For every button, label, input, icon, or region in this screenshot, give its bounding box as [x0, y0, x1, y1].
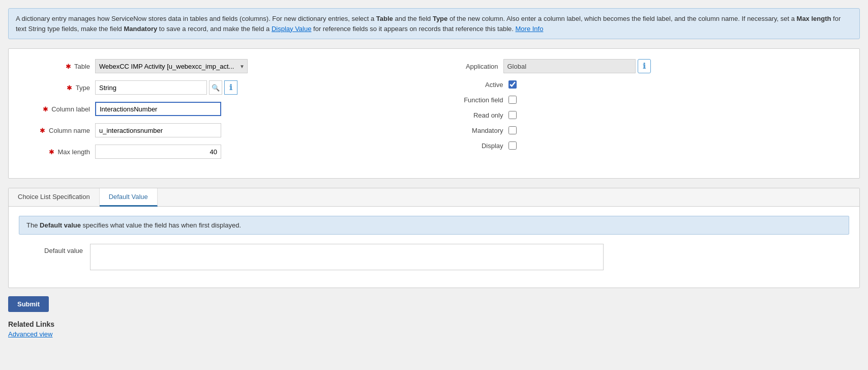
- display-label: Display: [442, 142, 508, 150]
- active-label: Active: [442, 81, 508, 89]
- max-length-input[interactable]: [95, 145, 221, 159]
- more-info-link[interactable]: More Info: [516, 25, 544, 33]
- type-search-button[interactable]: 🔍: [209, 80, 222, 95]
- type-info-button[interactable]: ℹ: [224, 80, 237, 95]
- function-field-row: Function field: [442, 96, 840, 104]
- search-icon: 🔍: [212, 84, 220, 92]
- table-required-star: ✱: [66, 63, 71, 70]
- column-label-row: ✱ Column label: [29, 102, 426, 116]
- application-row: Application ℹ: [442, 59, 840, 73]
- info-banner: A dictionary entry manages how ServiceNo…: [8, 8, 860, 39]
- info-circle-icon: ℹ: [229, 83, 232, 92]
- application-input-wrapper: ℹ: [503, 59, 651, 73]
- application-input[interactable]: [503, 59, 636, 73]
- default-value-banner: The Default value specifies what value t…: [19, 216, 849, 235]
- tab-content-default-value: The Default value specifies what value t…: [9, 207, 859, 288]
- advanced-view-link[interactable]: Advanced view: [8, 330, 52, 338]
- read-only-checkbox[interactable]: [508, 111, 517, 119]
- display-row: Display: [442, 141, 840, 150]
- max-length-label: ✱ Max length: [29, 148, 95, 156]
- function-field-checkbox[interactable]: [508, 96, 517, 104]
- related-links-section: Related Links Advanced view: [8, 320, 860, 338]
- mandatory-label: Mandatory: [442, 127, 508, 134]
- table-select-wrapper: WebexCC IMP Activity [u_webexcc_imp_act.…: [95, 59, 248, 73]
- display-checkbox[interactable]: [508, 141, 517, 150]
- tabs-section: Choice List Specification Default Value …: [8, 188, 860, 288]
- table-row: ✱ Table WebexCC IMP Activity [u_webexcc_…: [29, 59, 426, 73]
- table-label: ✱ Table: [29, 63, 95, 70]
- type-row: ✱ Type 🔍 ℹ: [29, 80, 426, 95]
- read-only-label: Read only: [442, 111, 508, 119]
- column-label-label: ✱ Column label: [29, 105, 95, 113]
- related-links-title: Related Links: [8, 320, 860, 328]
- column-name-required-star: ✱: [40, 127, 45, 134]
- mandatory-checkbox[interactable]: [508, 126, 517, 134]
- table-select[interactable]: WebexCC IMP Activity [u_webexcc_imp_act.…: [95, 59, 248, 73]
- type-input-wrapper: 🔍 ℹ: [95, 80, 237, 95]
- form-section: ✱ Table WebexCC IMP Activity [u_webexcc_…: [8, 48, 860, 179]
- column-name-label: ✱ Column name: [29, 127, 95, 134]
- function-field-label: Function field: [442, 96, 508, 104]
- type-label: ✱ Type: [29, 84, 95, 92]
- read-only-row: Read only: [442, 111, 840, 119]
- active-row: Active: [442, 80, 840, 89]
- column-name-input[interactable]: [95, 123, 221, 137]
- type-input[interactable]: [95, 80, 207, 95]
- type-required-star: ✱: [67, 84, 72, 92]
- default-value-row: Default value: [19, 244, 849, 270]
- column-name-row: ✱ Column name: [29, 123, 426, 137]
- application-label: Application: [442, 63, 503, 70]
- max-length-row: ✱ Max length: [29, 145, 426, 159]
- mandatory-row: Mandatory: [442, 126, 840, 134]
- default-value-label: Default value: [19, 244, 90, 254]
- display-value-link[interactable]: Display Value: [272, 25, 312, 33]
- default-value-textarea[interactable]: [90, 244, 604, 270]
- active-checkbox[interactable]: [508, 80, 517, 89]
- submit-button[interactable]: Submit: [8, 296, 49, 312]
- tab-default-value[interactable]: Default Value: [100, 188, 158, 207]
- app-info-icon: ℹ: [643, 62, 646, 71]
- application-info-button[interactable]: ℹ: [638, 59, 651, 73]
- column-label-input[interactable]: [95, 102, 221, 116]
- column-label-required-star: ✱: [43, 105, 48, 113]
- tab-choice-list[interactable]: Choice List Specification: [9, 188, 100, 206]
- tabs-header: Choice List Specification Default Value: [9, 188, 859, 207]
- max-length-required-star: ✱: [49, 148, 54, 156]
